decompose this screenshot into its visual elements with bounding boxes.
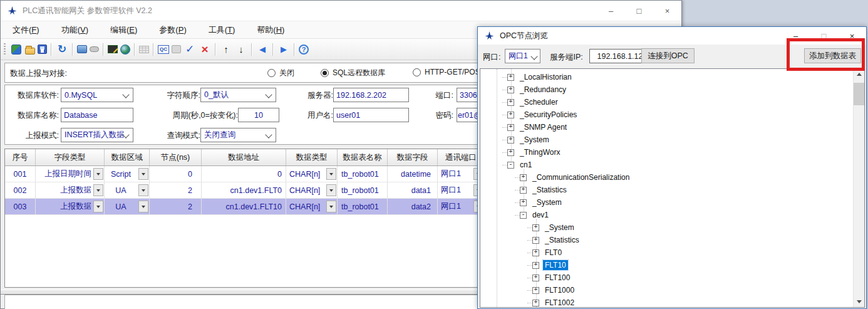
db-name-input[interactable]	[61, 108, 133, 122]
table-cell[interactable]: 003	[5, 199, 36, 214]
tree-node[interactable]: + _CommunicationSerialization	[520, 171, 864, 184]
server-input[interactable]	[333, 88, 409, 102]
tree-node-label[interactable]: _Statistics	[543, 235, 581, 245]
tree-node-label[interactable]: _LocalHistorian	[518, 72, 574, 82]
cell-dropdown-button[interactable]	[93, 168, 103, 180]
tree-node-label[interactable]: _CommunicationSerialization	[530, 172, 631, 182]
tree-node[interactable]: + _LocalHistorian	[507, 71, 864, 83]
refresh-icon[interactable]: ↻	[56, 43, 68, 56]
tree-node-label[interactable]: _System	[530, 197, 564, 207]
table-cell[interactable]: UA	[105, 199, 150, 214]
move-up-icon[interactable]: ↑	[220, 43, 232, 56]
table-cell[interactable]: UA	[105, 182, 150, 198]
tree-expand-icon[interactable]: +	[532, 275, 539, 281]
cell-dropdown-button[interactable]	[93, 201, 103, 212]
tree-node-label[interactable]: FLT1000	[543, 285, 576, 295]
table-cell[interactable]: 001	[5, 166, 36, 182]
save-icon[interactable]	[38, 45, 47, 54]
cell-dropdown-button[interactable]	[326, 168, 336, 180]
tree-node-label[interactable]: FLT100	[543, 273, 572, 283]
tree-node[interactable]: + _SNMP Agent	[507, 121, 864, 134]
tree-node-label[interactable]: _SNMP Agent	[518, 122, 569, 132]
table-cell[interactable]: cn1.dev1.FLT0	[202, 182, 286, 198]
tree-node-label[interactable]: _SecurityPolicies	[518, 110, 579, 120]
tree-expand-icon[interactable]: +	[507, 124, 514, 131]
tree-expand-icon[interactable]: +	[532, 249, 539, 256]
help-icon[interactable]: ?	[299, 45, 309, 55]
tree-node[interactable]: + _Statistics	[532, 234, 864, 246]
table-cell[interactable]: CHAR[n]	[286, 182, 338, 198]
tree-node-label[interactable]: cn1	[518, 160, 534, 170]
tree-node-label[interactable]: FLT1002	[543, 298, 576, 308]
period-input[interactable]	[238, 108, 279, 122]
tree-expand-icon[interactable]: +	[507, 137, 514, 144]
tree-node[interactable]: + _Redundancy	[507, 83, 864, 96]
tree-scrollbar[interactable]	[853, 69, 864, 307]
tree-expand-icon[interactable]: +	[507, 112, 514, 118]
radio-option[interactable]: SQL远程数据库	[321, 68, 385, 78]
menu-item[interactable]: 编辑(E)	[102, 21, 145, 39]
menu-item[interactable]: 帮助(H)	[249, 21, 292, 39]
next-icon[interactable]: ▶	[277, 43, 290, 56]
paste-icon[interactable]	[172, 45, 181, 53]
tree-node-label[interactable]: _System	[543, 223, 576, 233]
table-cell[interactable]: Script	[105, 166, 150, 182]
table-cell[interactable]: tb_robot01	[338, 182, 388, 198]
tree-node-label[interactable]: dev1	[530, 210, 550, 220]
tree-node[interactable]: + FLT1000	[532, 284, 864, 296]
tree-node[interactable]: + FLT10	[532, 259, 864, 271]
add-to-table-button[interactable]: 添加到数据表	[804, 48, 861, 63]
table-cell[interactable]: tb_robot01	[338, 199, 388, 214]
maximize-icon[interactable]: □	[625, 1, 653, 21]
radio-option[interactable]: 关闭	[267, 68, 294, 78]
tree-expand-icon[interactable]: +	[507, 86, 514, 93]
scrollbar-up-icon[interactable]	[854, 69, 864, 80]
network-globe-icon[interactable]	[120, 45, 130, 55]
table-cell[interactable]: 上报日期时间	[36, 166, 105, 182]
net-port-combo[interactable]: 网口1	[505, 49, 540, 63]
tree-node[interactable]: + _System	[507, 134, 864, 146]
device-edit-icon[interactable]	[108, 45, 118, 53]
tree-node[interactable]: + _System	[532, 221, 864, 234]
menu-item[interactable]: 文件(F)	[4, 21, 48, 39]
toolbar-grip-handle[interactable]	[4, 43, 6, 56]
scrollbar-down-icon[interactable]	[854, 296, 864, 307]
tree-node[interactable]: + _Scheduler	[507, 96, 864, 108]
table-cell[interactable]: CHAR[n]	[286, 199, 338, 214]
tree-expand-icon[interactable]: +	[507, 149, 514, 156]
cell-dropdown-button[interactable]	[138, 201, 148, 212]
open-file-icon[interactable]	[25, 48, 35, 55]
tree-node[interactable]: + FLT100	[532, 271, 864, 284]
table-cell[interactable]: 上报数据	[36, 199, 105, 214]
topology-icon[interactable]	[77, 45, 87, 53]
tree-node-label[interactable]: _Scheduler	[518, 97, 560, 107]
move-down-icon[interactable]: ↓	[235, 43, 247, 56]
close-icon[interactable]: ×	[838, 27, 866, 45]
table-cell[interactable]: 上报数据	[36, 182, 105, 198]
table-cell[interactable]: tb_robot01	[338, 166, 388, 182]
tree-node[interactable]: - dev1	[520, 209, 864, 221]
tree-expand-icon[interactable]: +	[532, 237, 539, 244]
table-cell[interactable]: datetime	[388, 166, 438, 182]
table-cell[interactable]: 2	[150, 182, 202, 198]
prev-icon[interactable]: ◀	[256, 43, 269, 56]
tree-node[interactable]: + _ThingWorx	[507, 146, 864, 159]
report-mode-combo[interactable]: INSERT插入数据	[61, 128, 133, 142]
query-mode-combo[interactable]: 关闭查询	[200, 128, 276, 142]
delete-x-icon[interactable]: ×	[199, 43, 211, 56]
tree-expand-icon[interactable]: +	[520, 174, 527, 181]
tree-expand-icon[interactable]: +	[532, 300, 539, 306]
tree-node-label[interactable]: _System	[518, 135, 551, 145]
table-cell[interactable]: 002	[5, 182, 36, 198]
cell-dropdown-button[interactable]	[326, 201, 336, 212]
char-order-combo[interactable]: 0_默认	[200, 88, 276, 102]
maximize-icon[interactable]: □	[810, 27, 838, 45]
apply-check-icon[interactable]: ✓	[183, 43, 196, 56]
serial-port-icon[interactable]	[90, 46, 99, 52]
table-cell[interactable]: cn1.dev1.FLT10	[202, 199, 286, 214]
tree-expand-icon[interactable]: -	[520, 212, 527, 219]
tree-node[interactable]: + _SecurityPolicies	[507, 108, 864, 121]
tree-node[interactable]: + FLT0	[532, 246, 864, 259]
table-cell[interactable]: data2	[388, 199, 438, 214]
data-table-icon[interactable]	[139, 46, 149, 53]
